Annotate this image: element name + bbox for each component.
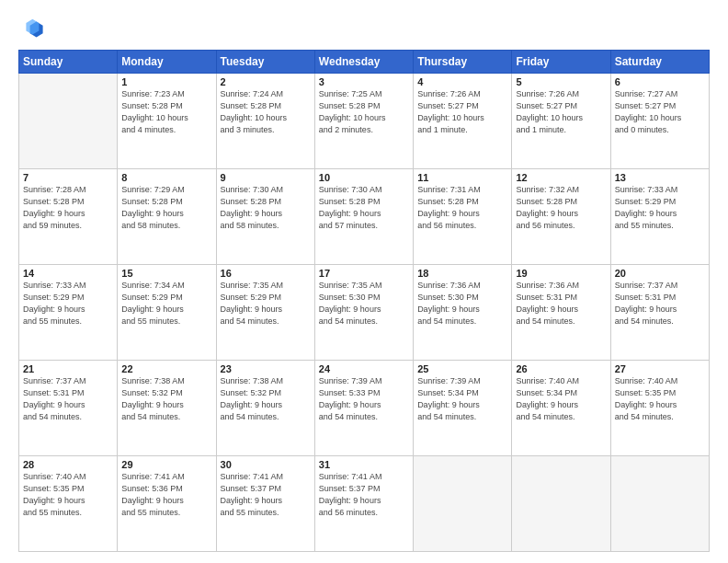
weekday-header-thursday: Thursday <box>414 51 512 74</box>
day-info: Sunrise: 7:33 AM Sunset: 5:29 PM Dayligh… <box>615 184 705 232</box>
day-number: 17 <box>319 268 409 279</box>
calendar-cell: 27Sunrise: 7:40 AM Sunset: 5:35 PM Dayli… <box>610 361 709 456</box>
calendar-cell: 6Sunrise: 7:27 AM Sunset: 5:27 PM Daylig… <box>610 74 709 169</box>
day-number: 26 <box>516 363 606 374</box>
day-info: Sunrise: 7:40 AM Sunset: 5:35 PM Dayligh… <box>615 375 705 423</box>
week-row-3: 21Sunrise: 7:37 AM Sunset: 5:31 PM Dayli… <box>19 361 710 456</box>
day-info: Sunrise: 7:35 AM Sunset: 5:29 PM Dayligh… <box>221 280 311 327</box>
day-number: 19 <box>516 268 606 279</box>
day-number: 18 <box>417 268 507 279</box>
calendar-cell: 16Sunrise: 7:35 AM Sunset: 5:29 PM Dayli… <box>216 265 314 361</box>
calendar-cell: 31Sunrise: 7:41 AM Sunset: 5:37 PM Dayli… <box>314 456 413 552</box>
day-number: 31 <box>319 459 409 470</box>
day-info: Sunrise: 7:33 AM Sunset: 5:29 PM Dayligh… <box>23 280 113 327</box>
calendar-cell: 22Sunrise: 7:38 AM Sunset: 5:32 PM Dayli… <box>118 361 216 456</box>
day-number: 7 <box>23 172 113 183</box>
day-number: 21 <box>23 363 113 374</box>
weekday-header-monday: Monday <box>118 51 216 74</box>
day-number: 9 <box>221 172 311 183</box>
day-number: 25 <box>417 363 507 374</box>
day-number: 29 <box>121 459 211 470</box>
day-info: Sunrise: 7:40 AM Sunset: 5:35 PM Dayligh… <box>23 471 113 519</box>
day-info: Sunrise: 7:29 AM Sunset: 5:28 PM Dayligh… <box>121 184 211 232</box>
calendar-cell: 4Sunrise: 7:26 AM Sunset: 5:27 PM Daylig… <box>414 74 512 169</box>
day-number: 6 <box>615 76 705 87</box>
day-number: 23 <box>221 363 311 374</box>
day-number: 15 <box>121 268 211 279</box>
calendar-cell: 11Sunrise: 7:31 AM Sunset: 5:28 PM Dayli… <box>414 169 512 265</box>
calendar-cell: 20Sunrise: 7:37 AM Sunset: 5:31 PM Dayli… <box>610 265 709 361</box>
header <box>18 17 710 42</box>
weekday-header-tuesday: Tuesday <box>216 51 314 74</box>
day-info: Sunrise: 7:40 AM Sunset: 5:34 PM Dayligh… <box>516 375 606 423</box>
day-number: 22 <box>121 363 211 374</box>
calendar-cell: 8Sunrise: 7:29 AM Sunset: 5:28 PM Daylig… <box>118 169 216 265</box>
day-info: Sunrise: 7:26 AM Sunset: 5:27 PM Dayligh… <box>516 88 606 136</box>
calendar-cell: 13Sunrise: 7:33 AM Sunset: 5:29 PM Dayli… <box>610 169 709 265</box>
day-info: Sunrise: 7:30 AM Sunset: 5:28 PM Dayligh… <box>221 184 311 232</box>
calendar-cell: 2Sunrise: 7:24 AM Sunset: 5:28 PM Daylig… <box>216 74 314 169</box>
day-info: Sunrise: 7:37 AM Sunset: 5:31 PM Dayligh… <box>615 280 705 327</box>
day-info: Sunrise: 7:32 AM Sunset: 5:28 PM Dayligh… <box>516 184 606 232</box>
day-number: 13 <box>615 172 705 183</box>
day-info: Sunrise: 7:24 AM Sunset: 5:28 PM Dayligh… <box>221 88 311 136</box>
calendar-cell <box>414 456 512 552</box>
day-number: 12 <box>516 172 606 183</box>
week-row-0: 1Sunrise: 7:23 AM Sunset: 5:28 PM Daylig… <box>19 74 710 169</box>
day-info: Sunrise: 7:41 AM Sunset: 5:37 PM Dayligh… <box>221 471 311 519</box>
calendar-cell: 18Sunrise: 7:36 AM Sunset: 5:30 PM Dayli… <box>414 265 512 361</box>
day-info: Sunrise: 7:38 AM Sunset: 5:32 PM Dayligh… <box>121 375 211 423</box>
week-row-2: 14Sunrise: 7:33 AM Sunset: 5:29 PM Dayli… <box>19 265 710 361</box>
day-info: Sunrise: 7:26 AM Sunset: 5:27 PM Dayligh… <box>417 88 507 136</box>
day-number: 10 <box>319 172 409 183</box>
day-number: 11 <box>417 172 507 183</box>
day-number: 2 <box>221 76 311 87</box>
weekday-header-row: SundayMondayTuesdayWednesdayThursdayFrid… <box>19 51 710 74</box>
calendar-cell <box>19 74 118 169</box>
day-info: Sunrise: 7:37 AM Sunset: 5:31 PM Dayligh… <box>23 375 113 423</box>
calendar-cell: 15Sunrise: 7:34 AM Sunset: 5:29 PM Dayli… <box>118 265 216 361</box>
calendar-cell: 1Sunrise: 7:23 AM Sunset: 5:28 PM Daylig… <box>118 74 216 169</box>
day-info: Sunrise: 7:39 AM Sunset: 5:33 PM Dayligh… <box>319 375 409 423</box>
page: SundayMondayTuesdayWednesdayThursdayFrid… <box>0 0 728 563</box>
calendar-cell: 12Sunrise: 7:32 AM Sunset: 5:28 PM Dayli… <box>512 169 610 265</box>
day-info: Sunrise: 7:31 AM Sunset: 5:28 PM Dayligh… <box>417 184 507 232</box>
calendar-cell: 14Sunrise: 7:33 AM Sunset: 5:29 PM Dayli… <box>19 265 118 361</box>
calendar-cell: 9Sunrise: 7:30 AM Sunset: 5:28 PM Daylig… <box>216 169 314 265</box>
calendar-cell: 24Sunrise: 7:39 AM Sunset: 5:33 PM Dayli… <box>314 361 413 456</box>
weekday-header-friday: Friday <box>512 51 610 74</box>
week-row-1: 7Sunrise: 7:28 AM Sunset: 5:28 PM Daylig… <box>19 169 710 265</box>
calendar-cell: 17Sunrise: 7:35 AM Sunset: 5:30 PM Dayli… <box>314 265 413 361</box>
day-info: Sunrise: 7:28 AM Sunset: 5:28 PM Dayligh… <box>23 184 113 232</box>
calendar-cell: 30Sunrise: 7:41 AM Sunset: 5:37 PM Dayli… <box>216 456 314 552</box>
day-info: Sunrise: 7:30 AM Sunset: 5:28 PM Dayligh… <box>319 184 409 232</box>
day-info: Sunrise: 7:41 AM Sunset: 5:37 PM Dayligh… <box>319 471 409 519</box>
calendar-cell: 25Sunrise: 7:39 AM Sunset: 5:34 PM Dayli… <box>414 361 512 456</box>
weekday-header-wednesday: Wednesday <box>314 51 413 74</box>
calendar-cell: 23Sunrise: 7:38 AM Sunset: 5:32 PM Dayli… <box>216 361 314 456</box>
day-number: 30 <box>221 459 311 470</box>
day-info: Sunrise: 7:41 AM Sunset: 5:36 PM Dayligh… <box>121 471 211 519</box>
day-info: Sunrise: 7:36 AM Sunset: 5:31 PM Dayligh… <box>516 280 606 327</box>
day-number: 14 <box>23 268 113 279</box>
calendar-cell: 28Sunrise: 7:40 AM Sunset: 5:35 PM Dayli… <box>19 456 118 552</box>
calendar-cell: 19Sunrise: 7:36 AM Sunset: 5:31 PM Dayli… <box>512 265 610 361</box>
day-info: Sunrise: 7:36 AM Sunset: 5:30 PM Dayligh… <box>417 280 507 327</box>
day-number: 24 <box>319 363 409 374</box>
calendar-cell: 10Sunrise: 7:30 AM Sunset: 5:28 PM Dayli… <box>314 169 413 265</box>
day-number: 3 <box>319 76 409 87</box>
day-number: 4 <box>417 76 507 87</box>
day-number: 28 <box>23 459 113 470</box>
day-info: Sunrise: 7:34 AM Sunset: 5:29 PM Dayligh… <box>121 280 211 327</box>
calendar-table: SundayMondayTuesdayWednesdayThursdayFrid… <box>18 50 710 552</box>
calendar-cell: 5Sunrise: 7:26 AM Sunset: 5:27 PM Daylig… <box>512 74 610 169</box>
calendar-cell: 7Sunrise: 7:28 AM Sunset: 5:28 PM Daylig… <box>19 169 118 265</box>
day-number: 27 <box>615 363 705 374</box>
day-info: Sunrise: 7:23 AM Sunset: 5:28 PM Dayligh… <box>121 88 211 136</box>
day-number: 16 <box>221 268 311 279</box>
week-row-4: 28Sunrise: 7:40 AM Sunset: 5:35 PM Dayli… <box>19 456 710 552</box>
day-number: 5 <box>516 76 606 87</box>
weekday-header-saturday: Saturday <box>610 51 709 74</box>
day-number: 8 <box>121 172 211 183</box>
day-info: Sunrise: 7:39 AM Sunset: 5:34 PM Dayligh… <box>417 375 507 423</box>
